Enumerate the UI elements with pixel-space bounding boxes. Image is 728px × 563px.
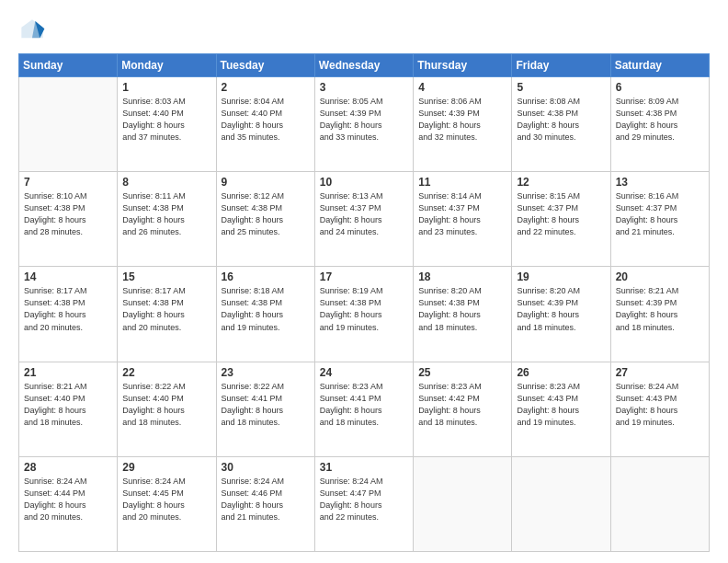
day-number: 1 (122, 81, 210, 94)
calendar-header-row: SundayMondayTuesdayWednesdayThursdayFrid… (19, 54, 710, 77)
calendar-cell: 19Sunrise: 8:20 AMSunset: 4:39 PMDayligh… (512, 267, 610, 362)
day-info: Sunrise: 8:21 AMSunset: 4:40 PMDaylight:… (24, 381, 112, 429)
day-number: 4 (418, 81, 506, 94)
day-info: Sunrise: 8:04 AMSunset: 4:40 PMDaylight:… (222, 96, 310, 144)
calendar-cell: 10Sunrise: 8:13 AMSunset: 4:37 PMDayligh… (314, 172, 413, 267)
col-header-saturday: Saturday (610, 54, 709, 77)
calendar-week-row: 7Sunrise: 8:10 AMSunset: 4:38 PMDaylight… (19, 172, 710, 267)
day-info: Sunrise: 8:20 AMSunset: 4:39 PMDaylight:… (517, 285, 605, 333)
day-number: 2 (222, 81, 310, 94)
calendar-cell: 23Sunrise: 8:22 AMSunset: 4:41 PMDayligh… (216, 362, 314, 456)
calendar-cell: 30Sunrise: 8:24 AMSunset: 4:46 PMDayligh… (216, 456, 314, 551)
day-info: Sunrise: 8:24 AMSunset: 4:46 PMDaylight:… (222, 476, 310, 523)
day-number: 19 (517, 270, 605, 283)
day-info: Sunrise: 8:14 AMSunset: 4:37 PMDaylight:… (418, 190, 506, 238)
calendar-cell: 1Sunrise: 8:03 AMSunset: 4:40 PMDaylight… (118, 77, 216, 172)
calendar-week-row: 1Sunrise: 8:03 AMSunset: 4:40 PMDaylight… (19, 77, 710, 172)
day-number: 29 (122, 461, 210, 474)
day-info: Sunrise: 8:03 AMSunset: 4:40 PMDaylight:… (122, 96, 210, 144)
day-info: Sunrise: 8:10 AMSunset: 4:38 PMDaylight:… (24, 190, 112, 238)
day-number: 14 (24, 270, 112, 283)
calendar-table: SundayMondayTuesdayWednesdayThursdayFrid… (18, 53, 710, 552)
day-number: 25 (418, 366, 506, 379)
calendar-cell: 27Sunrise: 8:24 AMSunset: 4:43 PMDayligh… (610, 362, 709, 456)
calendar-cell: 28Sunrise: 8:24 AMSunset: 4:44 PMDayligh… (19, 456, 118, 551)
day-number: 24 (320, 366, 408, 379)
calendar-week-row: 28Sunrise: 8:24 AMSunset: 4:44 PMDayligh… (19, 456, 710, 551)
calendar-cell: 5Sunrise: 8:08 AMSunset: 4:38 PMDaylight… (512, 77, 610, 172)
day-info: Sunrise: 8:24 AMSunset: 4:43 PMDaylight:… (616, 381, 704, 429)
calendar-cell: 20Sunrise: 8:21 AMSunset: 4:39 PMDayligh… (610, 267, 709, 362)
calendar-cell: 6Sunrise: 8:09 AMSunset: 4:38 PMDaylight… (610, 77, 709, 172)
calendar-cell: 7Sunrise: 8:10 AMSunset: 4:38 PMDaylight… (19, 172, 118, 267)
calendar-cell: 4Sunrise: 8:06 AMSunset: 4:39 PMDaylight… (414, 77, 512, 172)
page: SundayMondayTuesdayWednesdayThursdayFrid… (0, 0, 728, 563)
day-number: 30 (222, 461, 310, 474)
calendar-cell (512, 456, 610, 551)
day-info: Sunrise: 8:18 AMSunset: 4:38 PMDaylight:… (222, 285, 310, 333)
day-info: Sunrise: 8:11 AMSunset: 4:38 PMDaylight:… (122, 190, 210, 238)
calendar-cell (414, 456, 512, 551)
col-header-tuesday: Tuesday (216, 54, 314, 77)
col-header-thursday: Thursday (414, 54, 512, 77)
day-number: 20 (616, 270, 704, 283)
day-number: 27 (616, 366, 704, 379)
calendar-cell: 13Sunrise: 8:16 AMSunset: 4:37 PMDayligh… (610, 172, 709, 267)
calendar-cell: 2Sunrise: 8:04 AMSunset: 4:40 PMDaylight… (216, 77, 314, 172)
day-number: 12 (517, 176, 605, 189)
day-info: Sunrise: 8:23 AMSunset: 4:43 PMDaylight:… (517, 381, 605, 429)
logo-icon (18, 17, 46, 44)
calendar-cell: 31Sunrise: 8:24 AMSunset: 4:47 PMDayligh… (314, 456, 413, 551)
day-number: 22 (122, 366, 210, 379)
day-info: Sunrise: 8:06 AMSunset: 4:39 PMDaylight:… (418, 96, 506, 144)
day-number: 6 (616, 81, 704, 94)
col-header-monday: Monday (118, 54, 216, 77)
day-number: 17 (320, 270, 408, 283)
day-number: 7 (24, 176, 112, 189)
day-number: 18 (418, 270, 506, 283)
calendar-cell: 16Sunrise: 8:18 AMSunset: 4:38 PMDayligh… (216, 267, 314, 362)
calendar-cell: 26Sunrise: 8:23 AMSunset: 4:43 PMDayligh… (512, 362, 610, 456)
day-info: Sunrise: 8:21 AMSunset: 4:39 PMDaylight:… (616, 285, 704, 333)
calendar-cell: 8Sunrise: 8:11 AMSunset: 4:38 PMDaylight… (118, 172, 216, 267)
day-info: Sunrise: 8:17 AMSunset: 4:38 PMDaylight:… (122, 285, 210, 333)
day-number: 15 (122, 270, 210, 283)
calendar-cell: 12Sunrise: 8:15 AMSunset: 4:37 PMDayligh… (512, 172, 610, 267)
day-info: Sunrise: 8:22 AMSunset: 4:41 PMDaylight:… (222, 381, 310, 429)
day-info: Sunrise: 8:22 AMSunset: 4:40 PMDaylight:… (122, 381, 210, 429)
day-number: 23 (222, 366, 310, 379)
logo (18, 17, 50, 44)
day-info: Sunrise: 8:08 AMSunset: 4:38 PMDaylight:… (517, 96, 605, 144)
calendar-cell: 11Sunrise: 8:14 AMSunset: 4:37 PMDayligh… (414, 172, 512, 267)
day-info: Sunrise: 8:24 AMSunset: 4:47 PMDaylight:… (320, 476, 408, 523)
calendar-cell: 15Sunrise: 8:17 AMSunset: 4:38 PMDayligh… (118, 267, 216, 362)
calendar-cell: 21Sunrise: 8:21 AMSunset: 4:40 PMDayligh… (19, 362, 118, 456)
day-info: Sunrise: 8:20 AMSunset: 4:38 PMDaylight:… (418, 285, 506, 333)
calendar-cell: 14Sunrise: 8:17 AMSunset: 4:38 PMDayligh… (19, 267, 118, 362)
day-info: Sunrise: 8:17 AMSunset: 4:38 PMDaylight:… (24, 285, 112, 333)
calendar-cell (610, 456, 709, 551)
col-header-sunday: Sunday (19, 54, 118, 77)
day-info: Sunrise: 8:23 AMSunset: 4:42 PMDaylight:… (418, 381, 506, 429)
calendar-cell: 3Sunrise: 8:05 AMSunset: 4:39 PMDaylight… (314, 77, 413, 172)
day-number: 13 (616, 176, 704, 189)
day-info: Sunrise: 8:09 AMSunset: 4:38 PMDaylight:… (616, 96, 704, 144)
day-number: 21 (24, 366, 112, 379)
calendar-cell: 29Sunrise: 8:24 AMSunset: 4:45 PMDayligh… (118, 456, 216, 551)
day-number: 28 (24, 461, 112, 474)
calendar-cell: 9Sunrise: 8:12 AMSunset: 4:38 PMDaylight… (216, 172, 314, 267)
day-info: Sunrise: 8:15 AMSunset: 4:37 PMDaylight:… (517, 190, 605, 238)
day-number: 8 (122, 176, 210, 189)
day-number: 31 (320, 461, 408, 474)
day-number: 16 (222, 270, 310, 283)
calendar-cell (19, 77, 118, 172)
calendar-week-row: 21Sunrise: 8:21 AMSunset: 4:40 PMDayligh… (19, 362, 710, 456)
day-info: Sunrise: 8:24 AMSunset: 4:45 PMDaylight:… (122, 476, 210, 523)
day-number: 3 (320, 81, 408, 94)
day-info: Sunrise: 8:16 AMSunset: 4:37 PMDaylight:… (616, 190, 704, 238)
calendar-cell: 22Sunrise: 8:22 AMSunset: 4:40 PMDayligh… (118, 362, 216, 456)
day-info: Sunrise: 8:23 AMSunset: 4:41 PMDaylight:… (320, 381, 408, 429)
day-number: 5 (517, 81, 605, 94)
calendar-week-row: 14Sunrise: 8:17 AMSunset: 4:38 PMDayligh… (19, 267, 710, 362)
day-number: 11 (418, 176, 506, 189)
